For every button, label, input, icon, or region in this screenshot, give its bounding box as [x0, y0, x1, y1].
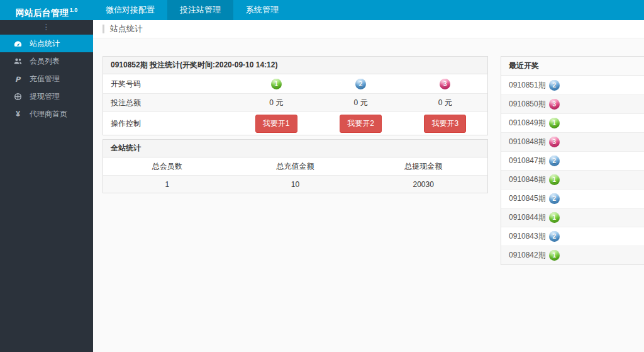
draw-period: 0910849期: [509, 118, 546, 128]
draw-result-ball: 1: [549, 212, 560, 223]
col-total-recharge: 总充值金额: [231, 157, 360, 175]
yen-icon: ¥: [13, 110, 23, 118]
bet-amount-2: 0 元: [318, 98, 402, 108]
app-version: 1.0: [70, 7, 78, 13]
recent-draws-panel: 最近开奖 0910851期2 0910850期3 0910849期1 09108…: [501, 56, 644, 265]
draw-period: 0910847期: [509, 156, 546, 166]
sidebar-collapse-toggle[interactable]: ⋮: [0, 20, 93, 35]
top-header: 网站后台管理1.0 微信对接配置 投注站管理 系统管理: [0, 0, 644, 20]
app-logo: 网站后台管理1.0: [0, 0, 93, 20]
draw-period: 0910846期: [509, 174, 546, 185]
draw-result-ball: 2: [549, 193, 560, 204]
sidebar-item-label: 提现管理: [30, 91, 60, 102]
recent-draw-row: 0910845期2: [501, 189, 644, 208]
sidebar-item-label: 充值管理: [30, 74, 60, 84]
site-stats-header-row: 总会员数 总充值金额 总提现金额: [103, 157, 487, 175]
recent-draw-row: 0910850期3: [501, 94, 644, 113]
draw-result-ball: 2: [549, 231, 560, 242]
open-number-2-button[interactable]: 我要开2: [340, 115, 382, 133]
draw-result-ball: 2: [549, 156, 560, 166]
breadcrumb: 站点统计: [93, 20, 644, 38]
app-title: 网站后台管理: [16, 8, 69, 18]
recent-draw-row: 0910844期1: [501, 208, 644, 227]
right-column: 最近开奖 0910851期2 0910850期3 0910849期1 09108…: [501, 56, 644, 265]
draw-numbers-row: 开奖号码 1 2 3: [103, 74, 487, 93]
topnav-item-wechat-config[interactable]: 微信对接配置: [93, 0, 167, 20]
recent-draw-row: 0910846期1: [501, 170, 644, 189]
recent-draws-list: 0910851期2 0910850期3 0910849期1 0910848期3 …: [501, 76, 644, 264]
control-row: 操作控制 我要开1 我要开2 我要开3: [103, 111, 487, 135]
recent-draw-row: 0910843期2: [501, 227, 644, 246]
val-total-members: 1: [103, 176, 231, 193]
draw-period: 0910843期: [509, 231, 546, 242]
draw-ball-2: 2: [355, 79, 366, 89]
bet-amount-3: 0 元: [403, 98, 487, 108]
draw-result-ball: 1: [549, 174, 560, 185]
globe-icon: [13, 93, 23, 101]
svg-text:P: P: [15, 75, 21, 83]
recent-draw-row: 0910842期1: [501, 246, 644, 264]
left-column: 0910852期 投注统计(开奖时间:2020-09-10 14:12) 开奖号…: [103, 56, 488, 197]
bet-stats-panel-title: 0910852期 投注统计(开奖时间:2020-09-10 14:12): [103, 57, 487, 74]
top-nav: 微信对接配置 投注站管理 系统管理: [93, 0, 291, 20]
draw-ball-3: 3: [440, 79, 450, 89]
val-total-withdraw: 20030: [359, 176, 487, 193]
admin-backend-screen: 网站后台管理1.0 微信对接配置 投注站管理 系统管理 ⋮ 站点统计 会员列表: [0, 0, 644, 352]
recent-draw-row: 0910847期2: [501, 151, 644, 170]
site-stats-panel-title: 全站统计: [103, 140, 487, 157]
open-number-1-button[interactable]: 我要开1: [255, 115, 297, 133]
topnav-item-system[interactable]: 系统管理: [233, 0, 291, 20]
open-number-3-button[interactable]: 我要开3: [424, 115, 466, 133]
draw-period: 0910845期: [509, 193, 546, 204]
dashboard-icon: [13, 40, 23, 48]
draw-period: 0910851期: [509, 80, 546, 91]
recent-draw-row: 0910848期3: [501, 132, 644, 151]
draw-ball-1: 1: [271, 79, 282, 89]
draw-result-ball: 3: [549, 137, 560, 147]
topnav-item-bet-station[interactable]: 投注站管理: [167, 0, 233, 20]
breadcrumb-accent: [103, 25, 104, 33]
val-total-recharge: 10: [231, 176, 360, 193]
sidebar-item-withdraw[interactable]: 提现管理: [0, 88, 93, 105]
draw-numbers-label: 开奖号码: [103, 79, 234, 89]
col-total-withdraw: 总提现金额: [359, 157, 487, 175]
paypal-icon: P: [13, 75, 23, 83]
bet-amount-row: 投注总额 0 元 0 元 0 元: [103, 93, 487, 111]
sidebar-item-recharge[interactable]: P 充值管理: [0, 70, 93, 88]
sidebar-item-label: 站点统计: [30, 38, 60, 49]
draw-period: 0910848期: [509, 137, 546, 147]
draw-period: 0910842期: [509, 250, 546, 261]
draw-period: 0910844期: [509, 212, 546, 223]
draw-period: 0910850期: [509, 99, 546, 110]
sidebar-item-label: 代理商首页: [30, 109, 67, 120]
bet-stats-panel: 0910852期 投注统计(开奖时间:2020-09-10 14:12) 开奖号…: [103, 56, 488, 135]
sidebar-item-label: 会员列表: [30, 56, 60, 67]
users-icon: [13, 57, 23, 65]
draw-result-ball: 1: [549, 250, 560, 261]
sidebar-item-members[interactable]: 会员列表: [0, 52, 93, 70]
recent-draw-row: 0910849期1: [501, 113, 644, 132]
main-area: 站点统计 0910852期 投注统计(开奖时间:2020-09-10 14:12…: [93, 20, 644, 352]
sidebar: ⋮ 站点统计 会员列表 P 充值管理: [0, 20, 93, 352]
recent-draw-row: 0910851期2: [501, 76, 644, 94]
bet-amount-label: 投注总额: [103, 98, 234, 108]
col-total-members: 总会员数: [103, 157, 231, 175]
draw-result-ball: 3: [549, 99, 560, 110]
recent-draws-title: 最近开奖: [501, 57, 644, 76]
draw-result-ball: 1: [549, 118, 560, 128]
site-stats-panel: 全站统计 总会员数 总充值金额 总提现金额 1 10 20030: [103, 139, 488, 193]
control-label: 操作控制: [103, 118, 234, 129]
draw-result-ball: 2: [549, 80, 560, 91]
breadcrumb-label: 站点统计: [110, 23, 143, 35]
sidebar-item-site-stats[interactable]: 站点统计: [0, 35, 93, 52]
site-stats-value-row: 1 10 20030: [103, 175, 487, 193]
sidebar-item-agent-home[interactable]: ¥ 代理商首页: [0, 105, 93, 123]
bet-amount-1: 0 元: [234, 98, 318, 108]
